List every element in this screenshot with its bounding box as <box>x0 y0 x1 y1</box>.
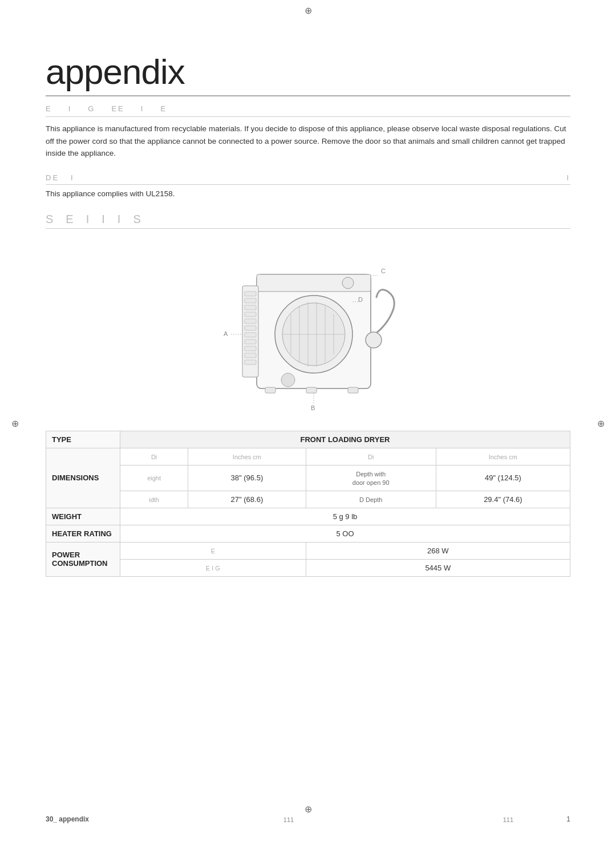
spec-letter-3: I <box>86 213 93 226</box>
weight-label-cell: WEIGHT <box>46 508 120 525</box>
svg-rect-13 <box>245 292 256 296</box>
heater-value-cell: 5 OO <box>120 525 570 542</box>
svg-rect-25 <box>265 387 275 393</box>
svg-rect-14 <box>245 298 256 303</box>
svg-rect-27 <box>348 387 358 393</box>
crosshair-bottom-icon <box>305 804 312 815</box>
svg-text:B: B <box>311 404 315 411</box>
table-row-power-1: POWER CONSUMPTION E 268 W <box>46 542 570 559</box>
table-row-heater: HEATER RATING 5 OO <box>46 525 570 542</box>
svg-point-24 <box>366 332 382 348</box>
table-row-type: TYPE FRONT LOADING DRYER <box>46 431 570 448</box>
dim-inches-label-2: Inches cm <box>436 448 570 465</box>
env-letter-1: E <box>46 104 52 113</box>
page-title: appendix <box>46 51 570 96</box>
power-mode-1: E <box>120 542 306 559</box>
spec-letter-4: I <box>102 213 108 226</box>
dim-inches-sub-1: Inches cm <box>233 454 261 460</box>
dim-row2-val1: 27" (68.6) <box>188 491 306 508</box>
env-letter-3: G <box>88 104 95 113</box>
svg-rect-16 <box>245 312 256 317</box>
environmental-header: E I G EE I E <box>46 101 570 117</box>
appliance-svg: A B C D <box>211 240 405 417</box>
svg-rect-15 <box>245 305 256 310</box>
dim-sub-1: Di <box>151 454 157 460</box>
decl-letter-sep1: I <box>71 173 75 182</box>
decl-letter-1: DE <box>46 173 59 182</box>
dim-row2-val2: 29.4" (74.6) <box>436 491 570 508</box>
power-val-1: 268 W <box>306 542 570 559</box>
specifications-header: S E I I I S <box>46 211 570 229</box>
env-letter-5: I <box>141 104 145 113</box>
svg-rect-26 <box>306 387 317 393</box>
svg-text:C: C <box>381 268 386 274</box>
spec-letter-1: S <box>46 213 56 226</box>
declaration-header: DE I I <box>46 171 570 185</box>
dim-row1-val2: 49" (124.5) <box>436 465 570 491</box>
footer-right-num: 1 <box>566 815 570 823</box>
power-val-2: 5445 W <box>306 559 570 576</box>
power-label-cell: POWER CONSUMPTION <box>46 542 120 576</box>
svg-rect-20 <box>245 339 256 344</box>
environmental-body-text: This appliance is manufactured from recy… <box>46 123 570 160</box>
decl-letter-sep3: I <box>566 173 570 182</box>
svg-rect-21 <box>245 346 256 351</box>
svg-text:A: A <box>224 330 228 337</box>
dimensions-label-cell: DIMENSIONS <box>46 448 120 508</box>
svg-rect-18 <box>245 326 256 330</box>
dim-label-2: Di <box>306 448 436 465</box>
power-mode-2: E I G <box>120 559 306 576</box>
type-value-cell: FRONT LOADING DRYER <box>120 431 570 448</box>
svg-rect-22 <box>245 353 256 358</box>
dim-inches-label-1: Inches cm <box>188 448 306 465</box>
svg-rect-19 <box>245 333 256 337</box>
crosshair-left-icon <box>11 418 19 428</box>
footer-center-left: 111 <box>283 816 294 823</box>
env-letter-4: EE <box>111 104 124 113</box>
svg-text:D: D <box>358 296 363 303</box>
svg-point-28 <box>281 373 295 387</box>
heater-label-cell: HEATER RATING <box>46 525 120 542</box>
table-row-dimensions-1: eight 38" (96.5) Depth withdoor open 90 … <box>46 465 570 491</box>
spec-letter-5: I <box>117 213 124 226</box>
svg-rect-17 <box>245 319 256 323</box>
spec-letter-6: S <box>133 213 144 226</box>
dim-row1-note: Depth withdoor open 90 <box>306 465 436 491</box>
dim-label-1: Di <box>120 448 188 465</box>
dim-row1-sub: eight <box>120 465 188 491</box>
dim-inches-sub-2: Inches cm <box>489 454 517 460</box>
table-row-dimensions-header: DIMENSIONS Di Inches cm Di Inches cm <box>46 448 570 465</box>
appliance-diagram: A B C D <box>211 240 405 417</box>
decl-letter-sep2 <box>86 173 556 182</box>
dim-sub-2: Di <box>368 454 374 460</box>
table-row-weight: WEIGHT 5 g 9 lb <box>46 508 570 525</box>
dim-row2-sub: idth <box>120 491 188 508</box>
footer-page-label: 30_ appendix <box>46 815 89 823</box>
env-letter-6: E <box>160 104 167 113</box>
table-row-dimensions-2: idth 27" (68.6) D Depth 29.4" (74.6) <box>46 491 570 508</box>
crosshair-top-icon <box>302 5 314 16</box>
dim-row2-note: D Depth <box>306 491 436 508</box>
spec-letter-2: E <box>66 213 76 226</box>
table-row-power-2: E I G 5445 W <box>46 559 570 576</box>
specifications-table: TYPE FRONT LOADING DRYER DIMENSIONS Di I… <box>46 431 570 577</box>
svg-point-11 <box>342 277 354 289</box>
footer-center-right: 111 <box>503 816 513 823</box>
env-letter-2: I <box>68 104 72 113</box>
type-label-cell: TYPE <box>46 431 120 448</box>
weight-value-cell: 5 g 9 lb <box>120 508 570 525</box>
dim-row1-val1: 38" (96.5) <box>188 465 306 491</box>
svg-rect-23 <box>245 360 256 365</box>
crosshair-right-icon <box>597 418 605 428</box>
declaration-body-text: This appliance complies with UL2158. <box>46 189 570 198</box>
